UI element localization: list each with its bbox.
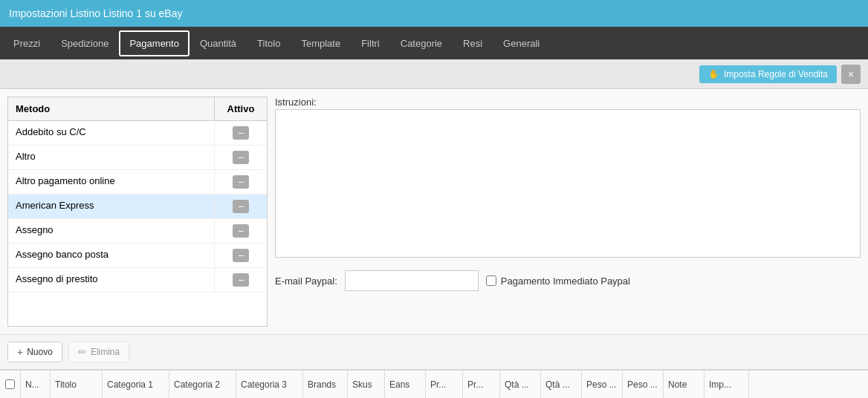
payment-method-assegno-prestito: Assegno di prestito <box>8 268 215 292</box>
col-header-peso1: Peso ... <box>582 371 623 398</box>
nav-item-template[interactable]: Template <box>291 30 351 56</box>
nav-item-titolo[interactable]: Titolo <box>247 30 291 56</box>
hand-icon: ✋ <box>708 69 719 79</box>
elimina-label: Elimina <box>91 347 120 357</box>
payment-method-assegno: Assegno <box>8 219 215 243</box>
payment-row-assegno-prestito[interactable]: Assegno di prestito − <box>8 268 267 293</box>
col-header-imp: Imp... <box>705 371 749 398</box>
top-bar-title: Impostazioni Listino Listino 1 su eBay <box>9 7 182 19</box>
istruzioni-label: Istruzioni: <box>275 97 861 108</box>
payment-active-assegno-prestito: − <box>215 268 267 292</box>
close-icon: × <box>848 68 854 80</box>
toggle-altro-button[interactable]: − <box>233 151 249 164</box>
payment-method-panel: Metodo Attivo Addebito su C/C − Altro − … <box>7 97 268 327</box>
nav-item-prezzi[interactable]: Prezzi <box>3 30 51 56</box>
close-action-button[interactable]: × <box>841 65 861 84</box>
col-header-qty2: Qtà ... <box>541 371 582 398</box>
data-table: N... Titolo Categoria 1 Categoria 2 Cate… <box>0 370 868 398</box>
paypal-checkbox-row: Pagamento Immediato Paypal <box>486 275 630 287</box>
payment-row-altro-online[interactable]: Altro pagamento online − <box>8 170 267 195</box>
istruzioni-section: Istruzioni: <box>275 97 861 260</box>
col-header-pr2: Pr... <box>463 371 500 398</box>
nav-item-quantita[interactable]: Quantità <box>190 30 247 56</box>
payment-active-altro: − <box>215 146 267 169</box>
pagamento-immediato-label: Pagamento Immediato Paypal <box>501 275 630 287</box>
toggle-assegno-button[interactable]: − <box>233 224 249 238</box>
bottom-toolbar: + Nuovo ✏ Elimina <box>0 334 868 370</box>
payment-active-altro-online: − <box>215 170 267 194</box>
method-header: Metodo <box>8 97 215 120</box>
col-header-n: N... <box>21 371 51 398</box>
plus-icon: + <box>17 346 23 358</box>
nav-bar: Prezzi Spedizione Pagamento Quantità Tit… <box>0 27 868 59</box>
payment-row-assegno[interactable]: Assegno − <box>8 219 267 244</box>
istruzioni-textarea[interactable] <box>275 109 861 258</box>
payment-active-assegno-banco: − <box>215 244 267 267</box>
email-row: E-mail Paypal: Pagamento Immediato Paypa… <box>275 267 861 294</box>
payment-method-altro-online: Altro pagamento online <box>8 170 215 194</box>
toggle-assegno-prestito-button[interactable]: − <box>233 273 249 287</box>
pencil-icon: ✏ <box>78 346 87 358</box>
email-paypal-label: E-mail Paypal: <box>275 275 337 287</box>
main-content: Metodo Attivo Addebito su C/C − Altro − … <box>0 89 868 334</box>
payment-active-amex: − <box>215 195 267 218</box>
col-header-note: Note <box>664 371 705 398</box>
toggle-altro-online-button[interactable]: − <box>233 175 249 189</box>
email-paypal-input[interactable] <box>345 270 479 291</box>
col-header-brands: Brands <box>303 371 348 398</box>
toggle-amex-button[interactable]: − <box>233 200 249 213</box>
nav-item-resi[interactable]: Resi <box>453 30 493 56</box>
col-header-cat1: Categoria 1 <box>103 371 169 398</box>
payment-table-header: Metodo Attivo <box>8 97 267 121</box>
pagamento-immediato-checkbox[interactable] <box>486 275 496 286</box>
nav-item-spedizione[interactable]: Spedizione <box>51 30 119 56</box>
nav-item-pagamento[interactable]: Pagamento <box>119 30 190 56</box>
nav-item-filtri[interactable]: Filtri <box>351 30 390 56</box>
payment-row-addebito[interactable]: Addebito su C/C − <box>8 121 267 146</box>
payment-active-assegno: − <box>215 219 267 243</box>
imposta-regole-label: Imposta Regole di Vendita <box>724 69 828 79</box>
col-header-skus: Skus <box>348 371 385 398</box>
nuovo-button[interactable]: + Nuovo <box>7 342 62 362</box>
elimina-button[interactable]: ✏ Elimina <box>68 342 129 362</box>
payment-row-assegno-banco[interactable]: Assegno banco posta − <box>8 244 267 268</box>
col-header-peso2: Peso ... <box>623 371 664 398</box>
payment-table-body: Addebito su C/C − Altro − Altro pagament… <box>8 121 267 326</box>
active-header: Attivo <box>215 97 267 120</box>
payment-method-altro: Altro <box>8 146 215 169</box>
col-header-cat3: Categoria 3 <box>236 371 303 398</box>
payment-row-amex[interactable]: American Express − <box>8 195 267 219</box>
right-panel: Istruzioni: E-mail Paypal: Pagamento Imm… <box>275 97 861 327</box>
payment-method-addebito: Addebito su C/C <box>8 121 215 145</box>
select-all-checkbox-cell[interactable] <box>0 371 21 398</box>
nuovo-label: Nuovo <box>27 347 53 357</box>
col-header-cat2: Categoria 2 <box>169 371 236 398</box>
data-table-header: N... Titolo Categoria 1 Categoria 2 Cate… <box>0 371 868 398</box>
imposta-regole-button[interactable]: ✋ Imposta Regole di Vendita <box>699 65 837 83</box>
toggle-assegno-banco-button[interactable]: − <box>233 249 249 262</box>
toggle-addebito-button[interactable]: − <box>233 126 249 140</box>
payment-method-amex: American Express <box>8 195 215 218</box>
col-header-pr1: Pr... <box>426 371 463 398</box>
col-header-titolo: Titolo <box>51 371 103 398</box>
payment-method-assegno-banco: Assegno banco posta <box>8 244 215 267</box>
top-bar: Impostazioni Listino Listino 1 su eBay <box>0 0 868 27</box>
nav-item-categorie[interactable]: Categorie <box>390 30 453 56</box>
action-bar: ✋ Imposta Regole di Vendita × <box>0 59 868 89</box>
payment-row-altro[interactable]: Altro − <box>8 146 267 170</box>
select-all-checkbox[interactable] <box>5 379 15 389</box>
col-header-eans: Eans <box>385 371 426 398</box>
col-header-qty1: Qtà ... <box>500 371 541 398</box>
nav-item-generali[interactable]: Generali <box>493 30 550 56</box>
payment-active-addebito: − <box>215 121 267 145</box>
